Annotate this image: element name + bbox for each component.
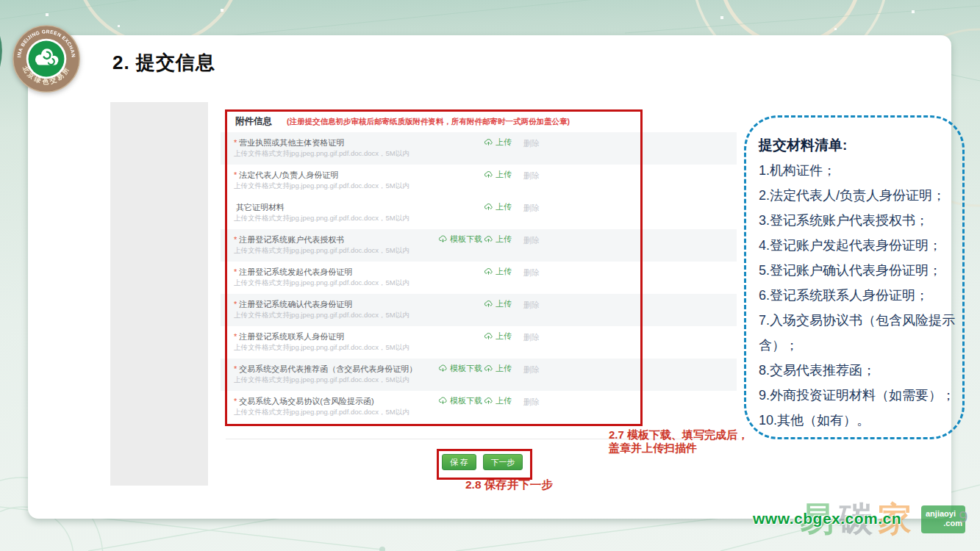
checklist-item: 10.其他（如有）。 bbox=[759, 408, 955, 433]
upload-button[interactable]: 上传 bbox=[484, 234, 512, 245]
upload-button[interactable]: 上传 bbox=[484, 363, 512, 374]
delete-button[interactable]: 删除 bbox=[523, 235, 540, 246]
checklist-item: 6.登记系统联系人身份证明； bbox=[759, 283, 955, 308]
delete-button[interactable]: 删除 bbox=[523, 267, 540, 278]
checklist-title: 提交材料清单: bbox=[759, 133, 955, 158]
save-button[interactable]: 保 存 bbox=[442, 454, 476, 470]
cloud-upload-icon bbox=[484, 267, 493, 276]
template-download-button[interactable]: 模板下载 bbox=[438, 363, 482, 374]
checklist-item: 9.外商投资证明材料（如需要）； bbox=[759, 383, 955, 408]
cloud-upload-icon bbox=[484, 170, 493, 179]
required-asterisk: * bbox=[234, 397, 237, 406]
attachment-label: 法定代表人/负责人身份证明 bbox=[239, 170, 338, 179]
attachment-row: *交易系统入场交易协议(含风险提示函) 上传文件格式支持jpg.jpeg.png… bbox=[221, 391, 737, 423]
cloud-upload-icon bbox=[484, 364, 493, 373]
checklist-item: 4.登记账户发起代表身份证明； bbox=[759, 233, 955, 258]
template-download-button[interactable]: 模板下载 bbox=[438, 234, 482, 245]
cloud-upload-icon bbox=[484, 137, 493, 147]
attachment-row: 其它证明材料 上传文件格式支持jpg.jpeg.png.gif.pdf.doc.… bbox=[221, 197, 737, 229]
cloud-upload-icon bbox=[484, 202, 493, 212]
annotation-step-2-8: 2.8 保存并下一步 bbox=[465, 478, 553, 493]
screenshot-left-panel bbox=[110, 102, 208, 486]
required-asterisk: * bbox=[234, 267, 237, 276]
attachment-section-title: 附件信息 bbox=[235, 115, 272, 128]
upload-button[interactable]: 上传 bbox=[484, 331, 512, 342]
checklist-item: 3.登记系统账户代表授权书； bbox=[759, 208, 955, 233]
delete-button[interactable]: 删除 bbox=[523, 364, 540, 375]
upload-format-hint: 上传文件格式支持jpg.jpeg.png.gif.pdf.doc.docx，5M… bbox=[234, 375, 409, 385]
attachment-label: 交易系统入场交易协议(含风险提示函) bbox=[239, 397, 373, 406]
attachment-row: *营业执照或其他主体资格证明 上传文件格式支持jpg.jpeg.png.gif.… bbox=[221, 132, 737, 165]
cloud-upload-icon bbox=[484, 234, 493, 244]
upload-button[interactable]: 上传 bbox=[484, 201, 512, 212]
annotation-step-2-7-line2: 盖章并上传扫描件 bbox=[609, 442, 765, 455]
delete-button[interactable]: 删除 bbox=[523, 300, 540, 311]
cloud-download-icon bbox=[438, 364, 448, 373]
checklist-item: 7.入场交易协议书（包含风险提示含）； bbox=[759, 308, 955, 358]
attachment-section-note: (注册提交信息初步审核后邮寄纸质版附件资料，所有附件邮寄时一式两份加盖公章) bbox=[287, 117, 570, 127]
required-asterisk: * bbox=[234, 138, 237, 147]
upload-button[interactable]: 上传 bbox=[484, 169, 512, 180]
attachment-label: 注册登记系统发起代表身份证明 bbox=[239, 267, 352, 276]
attachment-row: *注册登记系统账户代表授权书 上传文件格式支持jpg.jpeg.png.gif.… bbox=[221, 229, 737, 262]
required-asterisk: * bbox=[234, 332, 237, 341]
upload-button[interactable]: 上传 bbox=[484, 137, 512, 148]
attachment-label: 营业执照或其他主体资格证明 bbox=[239, 138, 344, 147]
attachment-label: 其它证明材料 bbox=[236, 203, 285, 212]
cloud-download-icon bbox=[438, 396, 448, 406]
checklist-item: 8.交易代表推荐函； bbox=[759, 358, 955, 383]
delete-button[interactable]: 删除 bbox=[523, 332, 540, 343]
watermark-text-1: anjiaoyi bbox=[926, 509, 962, 519]
template-download-button[interactable]: 模板下载 bbox=[438, 395, 482, 406]
presentation-slide: CHINA BEIJING GREEN EXCHANGE 北京绿色交易所 2. … bbox=[0, 0, 980, 551]
upload-format-hint: 上传文件格式支持jpg.jpeg.png.gif.pdf.doc.docx，5M… bbox=[234, 408, 409, 417]
attachment-row: *注册登记系统确认代表身份证明 上传文件格式支持jpg.jpeg.png.gif… bbox=[221, 294, 737, 326]
required-asterisk: * bbox=[234, 235, 237, 244]
cloud-upload-icon bbox=[484, 299, 493, 309]
attachment-label: 交易系统交易代表推荐函（含交易代表身份证明） bbox=[239, 364, 417, 373]
page-number: 9 bbox=[959, 508, 968, 527]
watermark-text-2: .com bbox=[926, 519, 962, 528]
upload-format-hint: 上传文件格式支持jpg.jpeg.png.gif.pdf.doc.docx，5M… bbox=[234, 311, 409, 320]
delete-button[interactable]: 删除 bbox=[523, 170, 540, 181]
cloud-download-icon bbox=[438, 234, 448, 244]
cloud-upload-icon bbox=[484, 331, 493, 341]
required-asterisk: * bbox=[234, 300, 237, 309]
attachment-label: 注册登记系统联系人身份证明 bbox=[239, 332, 344, 341]
cloud-upload-icon bbox=[484, 396, 493, 406]
next-step-button[interactable]: 下一步 bbox=[483, 454, 523, 470]
upload-format-hint: 上传文件格式支持jpg.jpeg.png.gif.pdf.doc.docx，5M… bbox=[234, 181, 409, 191]
attachment-row: *交易系统交易代表推荐函（含交易代表身份证明） 上传文件格式支持jpg.jpeg… bbox=[221, 359, 737, 391]
checklist-item: 5.登记账户确认代表身份证明； bbox=[759, 258, 955, 283]
delete-button[interactable]: 删除 bbox=[523, 203, 540, 214]
checklist-item: 1.机构证件； bbox=[759, 158, 955, 183]
annotation-step-2-7: 2.7 模板下载、填写完成后， 盖章并上传扫描件 bbox=[609, 428, 765, 455]
footer-website-url: www.cbgex.com.cn bbox=[753, 510, 901, 527]
upload-format-hint: 上传文件格式支持jpg.jpeg.png.gif.pdf.doc.docx，5M… bbox=[234, 343, 409, 353]
attachment-row: *注册登记系统发起代表身份证明 上传文件格式支持jpg.jpeg.png.gif… bbox=[221, 262, 737, 294]
attachment-row: *注册登记系统联系人身份证明 上传文件格式支持jpg.jpeg.png.gif.… bbox=[221, 326, 737, 359]
page-title: 2. 提交信息 bbox=[112, 50, 215, 76]
checklist-items: 1.机构证件；2.法定代表人/负责人身份证明；3.登记系统账户代表授权书；4.登… bbox=[759, 158, 955, 433]
attachment-label: 注册登记系统账户代表授权书 bbox=[239, 235, 344, 244]
delete-button[interactable]: 删除 bbox=[523, 397, 540, 408]
upload-format-hint: 上传文件格式支持jpg.jpeg.png.gif.pdf.doc.docx，5M… bbox=[234, 149, 409, 159]
upload-format-hint: 上传文件格式支持jpg.jpeg.png.gif.pdf.doc.docx，5M… bbox=[234, 278, 409, 288]
upload-format-hint: 上传文件格式支持jpg.jpeg.png.gif.pdf.doc.docx，5M… bbox=[234, 246, 409, 256]
materials-checklist: 提交材料清单: 1.机构证件；2.法定代表人/负责人身份证明；3.登记系统账户代… bbox=[744, 115, 965, 439]
upload-button[interactable]: 上传 bbox=[484, 298, 512, 309]
attachment-rows: *营业执照或其他主体资格证明 上传文件格式支持jpg.jpeg.png.gif.… bbox=[221, 132, 737, 423]
required-asterisk: * bbox=[234, 364, 237, 373]
checklist-item: 2.法定代表人/负责人身份证明； bbox=[759, 183, 955, 208]
green-exchange-logo: CHINA BEIJING GREEN EXCHANGE 北京绿色交易所 bbox=[12, 24, 81, 93]
annotation-step-2-7-line1: 2.7 模板下载、填写完成后， bbox=[609, 428, 765, 442]
upload-button[interactable]: 上传 bbox=[484, 395, 512, 406]
upload-button[interactable]: 上传 bbox=[484, 266, 512, 277]
upload-format-hint: 上传文件格式支持jpg.jpeg.png.gif.pdf.doc.docx，5M… bbox=[234, 214, 409, 223]
required-asterisk: * bbox=[234, 170, 237, 179]
delete-button[interactable]: 删除 bbox=[523, 138, 540, 149]
attachment-label: 注册登记系统确认代表身份证明 bbox=[239, 300, 352, 309]
attachment-row: *法定代表人/负责人身份证明 上传文件格式支持jpg.jpeg.png.gif.… bbox=[221, 165, 737, 197]
